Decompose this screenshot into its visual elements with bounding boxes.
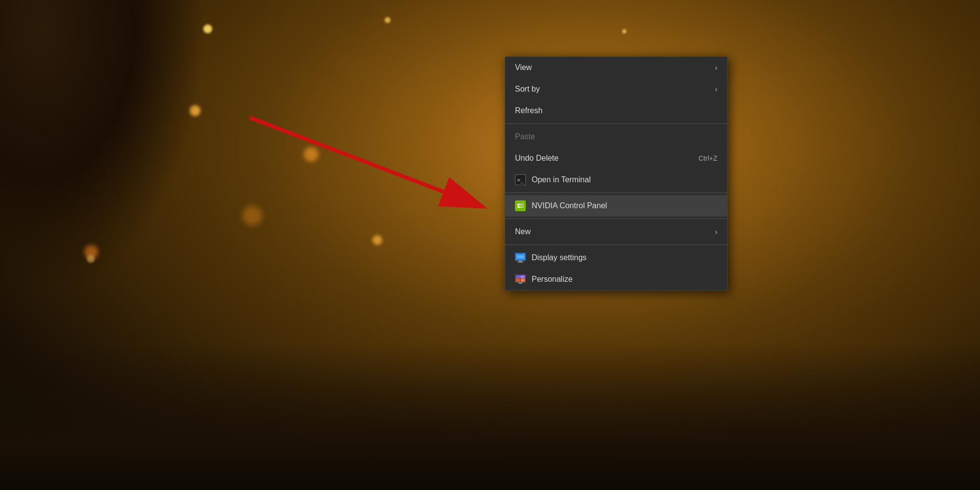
svg-rect-14 [521,279,525,282]
svg-rect-2 [516,201,525,210]
menu-item-label: Personalize [532,275,717,284]
menu-divider [505,123,727,124]
display-settings-icon [515,252,526,263]
context-menu-item-undo-delete[interactable]: Undo Delete Ctrl+Z [505,147,727,169]
terminal-icon: >_ [515,174,526,185]
svg-rect-12 [521,275,525,278]
context-menu-item-refresh[interactable]: Refresh [505,100,727,122]
menu-item-label: Paste [515,132,717,141]
menu-divider [505,219,727,219]
menu-item-label: Refresh [515,106,717,115]
bokeh-particle [372,235,382,245]
context-menu-item-nvidia[interactable]: NVIDIA Control Panel [505,195,727,217]
svg-rect-8 [517,255,524,258]
svg-rect-13 [516,279,520,282]
menu-divider [505,245,727,245]
menu-item-shortcut: Ctrl+Z [699,154,718,162]
tree-silhouette [0,0,206,294]
menu-item-label: Undo Delete [515,154,693,163]
svg-rect-3 [521,204,523,207]
svg-rect-11 [516,275,521,278]
context-menu-item-open-terminal[interactable]: >_ Open in Terminal [505,169,727,191]
menu-item-label: NVIDIA Control Panel [532,201,717,210]
submenu-chevron-icon: › [715,228,717,236]
nvidia-icon [515,200,526,211]
bokeh-particle [622,29,626,33]
svg-rect-15 [518,282,522,284]
menu-item-label: New [515,227,709,236]
menu-item-label: Open in Terminal [532,175,717,184]
submenu-chevron-icon: › [715,64,717,72]
context-menu: View › Sort by › Refresh Paste Undo Dele… [505,56,728,291]
context-menu-item-display-settings[interactable]: Display settings [505,247,727,269]
terminal-icon-bg: >_ [515,174,526,185]
personalize-icon [515,274,526,285]
bottom-foliage [0,343,980,490]
context-menu-item-personalize[interactable]: Personalize [505,269,727,290]
context-menu-item-paste: Paste [505,126,727,147]
submenu-chevron-icon: › [715,85,717,93]
context-menu-item-new[interactable]: New › [505,221,727,243]
menu-item-label: Sort by [515,85,709,94]
bokeh-particle [385,17,391,23]
menu-item-label: Display settings [532,253,717,262]
menu-divider [505,193,727,193]
menu-item-label: View [515,63,709,72]
svg-rect-6 [518,261,522,262]
context-menu-item-sort-by[interactable]: Sort by › [505,78,727,100]
bokeh-particle [304,147,318,162]
svg-rect-7 [517,262,523,263]
bokeh-particle [243,206,262,225]
context-menu-item-view[interactable]: View › [505,57,727,78]
